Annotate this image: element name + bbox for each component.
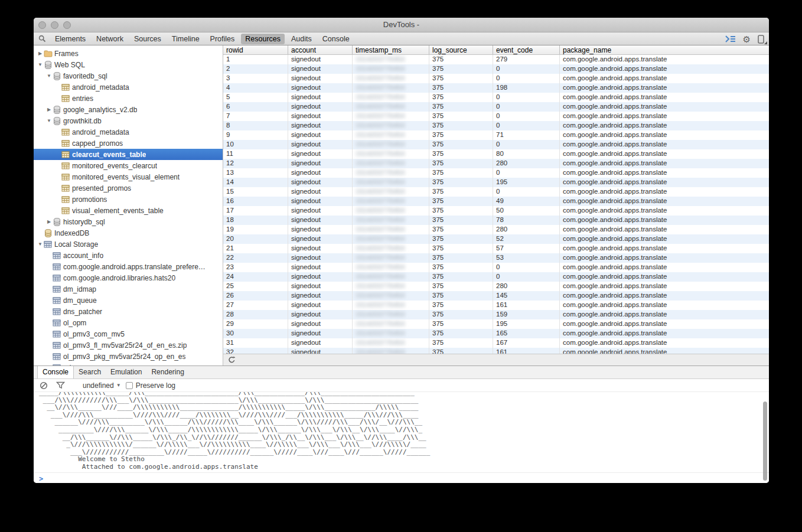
sidebar-item-com-google-android-apps-translate-prefere-[interactable]: com.google.android.apps.translate_prefer… — [34, 261, 223, 272]
tree-disclosure-arrow[interactable]: ▶ — [46, 219, 52, 224]
table-row[interactable]: 19signedout1514203776454375280com.google… — [223, 225, 769, 234]
sidebar-item-ol-pmv3-com-mv5[interactable]: ol_pmv3_com_mv5 — [34, 328, 223, 340]
table-row[interactable]: 23signedout15142037764543750com.google.a… — [223, 263, 769, 272]
console-output[interactable]: _____/\\\\\\\\\\\______/\\\_____________… — [34, 392, 769, 483]
console-scrollbar-thumb[interactable] — [763, 402, 767, 481]
sidebar-item-clearcut-events-table[interactable]: clearcut_events_table — [34, 149, 223, 160]
tree-disclosure-arrow[interactable]: ▼ — [46, 73, 52, 79]
clear-console-icon[interactable] — [40, 381, 48, 390]
table-row[interactable]: 14signedout1514203776454375195com.google… — [223, 178, 769, 187]
sidebar-item-android-metadata[interactable]: android_metadata — [34, 81, 223, 93]
table-row[interactable]: 13signedout15142037764543750com.google.a… — [223, 168, 769, 178]
column-header-account[interactable]: account — [288, 45, 353, 54]
table-row[interactable]: 29signedout1514203776454375195com.google… — [223, 319, 769, 329]
table-row[interactable]: 30signedout1514203776454375165com.google… — [223, 329, 769, 338]
table-row[interactable]: 15signedout15142037764543750com.google.a… — [223, 187, 769, 197]
sidebar-item-capped-promos[interactable]: capped_promos — [34, 138, 223, 149]
table-row[interactable]: 26signedout1514203776454375145com.google… — [223, 291, 769, 301]
device-mode-icon[interactable] — [758, 35, 764, 44]
table-row[interactable]: 5signedout15142037764543750com.google.an… — [223, 93, 769, 102]
sidebar-item-primes[interactable]: primes — [34, 362, 223, 365]
drawer-toggle-icon[interactable] — [725, 35, 736, 43]
table-row[interactable]: 21signedout151420377645437557com.google.… — [223, 244, 769, 253]
drawer-tab-console[interactable]: Console — [37, 366, 74, 378]
table-row[interactable]: 32signedout1514203776454375161com.google… — [223, 348, 769, 354]
sidebar-item-frames[interactable]: ▶Frames — [34, 48, 223, 59]
sidebar-item-growthkit-db[interactable]: ▼growthkit.db — [34, 115, 223, 126]
table-row[interactable]: 9signedout151420377645437571com.google.a… — [223, 130, 769, 140]
tab-timeline[interactable]: Timeline — [168, 34, 204, 44]
table-row[interactable]: 2signedout15142037764543750com.google.an… — [223, 64, 769, 74]
table-row[interactable]: 22signedout151420377645437553com.google.… — [223, 253, 769, 263]
sidebar-item-visual-element-events-table[interactable]: visual_element_events_table — [34, 205, 223, 216]
table-row[interactable]: 8signedout15142037764543750com.google.an… — [223, 121, 769, 130]
search-icon[interactable] — [38, 35, 46, 43]
sidebar-item-promotions[interactable]: promotions — [34, 194, 223, 205]
column-header-log_source[interactable]: log_source — [429, 45, 493, 54]
sidebar-item-ol-opm[interactable]: ol_opm — [34, 317, 223, 328]
sidebar-item-web-sql[interactable]: ▼Web SQL — [34, 59, 223, 70]
tree-disclosure-arrow[interactable]: ▼ — [46, 118, 52, 123]
table-row[interactable]: 6signedout15142037764543750com.google.an… — [223, 102, 769, 112]
table-row[interactable]: 7signedout15142037764543750com.google.an… — [223, 112, 769, 121]
tab-audits[interactable]: Audits — [287, 34, 316, 44]
table-row[interactable]: 28signedout1514203776454375159com.google… — [223, 310, 769, 319]
tree-disclosure-arrow[interactable]: ▼ — [37, 62, 43, 67]
sidebar-item-presented-promos[interactable]: presented_promos — [34, 182, 223, 194]
sidebar-item-ol-pmv3-fl-mv5var25r24-of-en-es-zip[interactable]: ol_pmv3_fl_mv5var25r24_of_en_es.zip — [34, 340, 223, 351]
sidebar-item-favoritedb-sql[interactable]: ▼favoritedb_sql — [34, 70, 223, 81]
table-row[interactable]: 12signedout1514203776454375280com.google… — [223, 159, 769, 168]
drawer-tab-rendering[interactable]: Rendering — [146, 366, 188, 378]
tab-sources[interactable]: Sources — [130, 34, 165, 44]
filter-icon[interactable] — [56, 381, 65, 389]
table-row[interactable]: 18signedout151420377645437578com.google.… — [223, 216, 769, 225]
table-row[interactable]: 25signedout1514203776454375280com.google… — [223, 282, 769, 291]
tab-network[interactable]: Network — [92, 34, 128, 44]
table-row[interactable]: 4signedout1514203776454375198com.google.… — [223, 83, 769, 93]
sidebar-item-google-analytics-v2-db[interactable]: ▶google_analytics_v2.db — [34, 104, 223, 115]
table-row[interactable]: 11signedout151420377645437580com.google.… — [223, 149, 769, 159]
sidebar-item-historydb-sql[interactable]: ▶historydb_sql — [34, 216, 223, 227]
sidebar-item-local-storage[interactable]: ▼Local Storage — [34, 239, 223, 250]
table-row[interactable]: 3signedout15142037764543750com.google.an… — [223, 74, 769, 83]
tab-resources[interactable]: Resources — [241, 34, 285, 44]
sidebar-item-ol-pmv3-pkg-mv5var25r24-op-en-es[interactable]: ol_pmv3_pkg_mv5var25r24_op_en_es — [34, 351, 223, 362]
sidebar-item-monitored-events-clearcut[interactable]: monitored_events_clearcut — [34, 160, 223, 171]
column-header-rowid[interactable]: rowid — [223, 45, 288, 54]
sidebar-item-indexeddb[interactable]: IndexedDB — [34, 227, 223, 239]
sidebar-item-monitored-events-visual-element[interactable]: monitored_events_visual_element — [34, 171, 223, 182]
tree-disclosure-arrow[interactable]: ▶ — [46, 107, 52, 112]
tree-disclosure-arrow[interactable]: ▼ — [37, 241, 43, 247]
preserve-log-option[interactable]: Preserve log — [126, 381, 175, 390]
table-row[interactable]: 10signedout15142037764543750com.google.a… — [223, 140, 769, 149]
table-row[interactable]: 17signedout151420377645437550com.google.… — [223, 206, 769, 216]
settings-gear-icon[interactable]: ⚙ — [743, 35, 751, 44]
drawer-tab-emulation[interactable]: Emulation — [106, 366, 146, 378]
sidebar-item-account-info[interactable]: account_info — [34, 250, 223, 261]
tab-elements[interactable]: Elements — [51, 34, 90, 44]
column-header-timestamp_ms[interactable]: timestamp_ms — [353, 45, 429, 54]
tab-console[interactable]: Console — [318, 34, 354, 44]
table-row[interactable]: 27signedout1514203776454375161com.google… — [223, 301, 769, 310]
execution-context-selector[interactable]: undefined ▼ — [83, 381, 121, 390]
tree-disclosure-arrow[interactable]: ▶ — [37, 51, 43, 56]
column-header-event_code[interactable]: event_code — [493, 45, 560, 54]
refresh-icon[interactable] — [228, 356, 236, 364]
tab-profiles[interactable]: Profiles — [206, 34, 239, 44]
drawer-tab-search[interactable]: Search — [74, 366, 106, 378]
table-row[interactable]: 16signedout151420377645437549com.google.… — [223, 197, 769, 206]
console-prompt-line[interactable]: > — [34, 472, 769, 483]
table-row[interactable]: 1signedout1514203776454375279com.google.… — [223, 55, 769, 64]
sidebar-item-dm-idmap[interactable]: dm_idmap — [34, 283, 223, 295]
sidebar-item-entries[interactable]: entries — [34, 93, 223, 104]
column-header-package_name[interactable]: package_name — [560, 45, 769, 54]
table-row[interactable]: 24signedout15142037764543750com.google.a… — [223, 272, 769, 282]
sidebar-item-com-google-android-libraries-hats20[interactable]: com.google.android.libraries.hats20 — [34, 272, 223, 283]
preserve-log-checkbox[interactable] — [126, 382, 133, 389]
sidebar-item-dm-queue[interactable]: dm_queue — [34, 295, 223, 306]
table-row[interactable]: 20signedout151420377645437552com.google.… — [223, 234, 769, 244]
sidebar-item-android-metadata[interactable]: android_metadata — [34, 126, 223, 138]
grid-body[interactable]: 1signedout1514203776454375279com.google.… — [223, 55, 769, 354]
sidebar-item-dns-patcher[interactable]: dns_patcher — [34, 306, 223, 317]
table-row[interactable]: 31signedout1514203776454375167com.google… — [223, 338, 769, 348]
